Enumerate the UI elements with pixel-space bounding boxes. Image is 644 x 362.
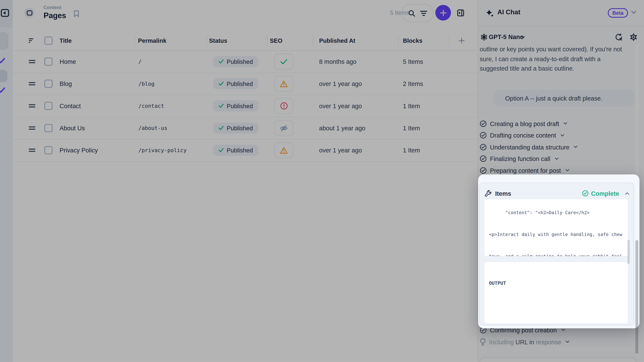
items-card: Items Complete "content": "<h2>Daily Car… bbox=[479, 183, 634, 326]
code-line: toys, and a calm routine to help your ra… bbox=[489, 253, 623, 257]
output-label: OUTPUT bbox=[489, 280, 623, 287]
app-window: Content Pages 5 Items bbox=[0, 0, 644, 362]
tool-input-code-block[interactable]: "content": "<h2>Daily Care</h2> <p>Inter… bbox=[484, 199, 628, 257]
tool-output-code-block[interactable]: OUTPUT { "type": "text", "data": [ { "co… bbox=[484, 262, 628, 324]
items-card-title: Items bbox=[495, 190, 511, 197]
items-card-header[interactable]: Items Complete bbox=[484, 187, 630, 200]
chevron-up-icon[interactable] bbox=[624, 191, 630, 195]
code-line: { bbox=[489, 323, 623, 324]
status-complete-label: Complete bbox=[591, 190, 619, 197]
panel-scrollbar-thumb[interactable] bbox=[635, 240, 638, 354]
code-line-clipped: "content": "<h2>Daily Care</h2> bbox=[489, 209, 623, 217]
popover-scrollbar-thumb[interactable] bbox=[627, 240, 630, 264]
tool-call-popover: Items Complete "content": "<h2>Daily Car… bbox=[478, 174, 639, 328]
check-circle-icon bbox=[582, 190, 589, 197]
status-complete: Complete bbox=[582, 190, 619, 197]
code-line: <p>Interact daily with gentle handling, … bbox=[489, 231, 623, 238]
wrench-icon bbox=[484, 190, 491, 197]
